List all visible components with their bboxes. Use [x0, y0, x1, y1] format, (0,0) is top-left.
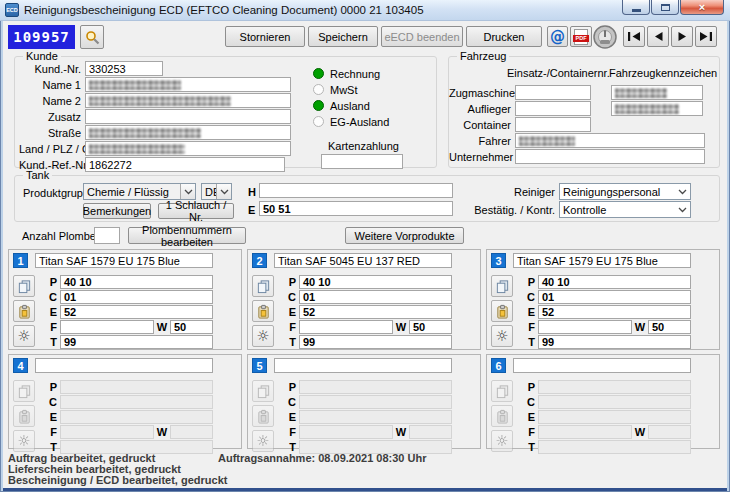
land-select[interactable]: DE — [201, 183, 232, 200]
zugmaschine-einsatz-input[interactable] — [515, 85, 591, 100]
copy-button[interactable] — [491, 380, 513, 402]
zusatz-input[interactable] — [85, 109, 291, 124]
p-input[interactable] — [60, 380, 213, 394]
e-input[interactable]: 52 — [60, 305, 213, 319]
plombennummern-button[interactable]: Plombennummern bearbeiten — [128, 227, 246, 244]
w-input[interactable] — [409, 425, 452, 439]
drucken-button[interactable]: Drucken — [466, 26, 542, 47]
e-input[interactable] — [538, 410, 691, 424]
first-record-button[interactable] — [623, 26, 645, 47]
e-input[interactable]: 52 — [538, 305, 691, 319]
close-button[interactable]: × — [680, 0, 724, 15]
flash-button[interactable]: ☼ — [252, 325, 274, 347]
container-einsatz-input[interactable] — [515, 117, 591, 132]
speichern-button[interactable]: Speichern — [308, 26, 378, 47]
copy-button[interactable] — [252, 380, 274, 402]
flash-button[interactable]: ☼ — [252, 430, 274, 452]
name1-input[interactable] — [85, 77, 291, 92]
w-input[interactable] — [648, 425, 691, 439]
paste-button[interactable] — [13, 405, 35, 427]
last-record-button[interactable] — [695, 26, 717, 47]
copy-button[interactable] — [252, 275, 274, 297]
t-input[interactable]: 99 — [299, 335, 452, 349]
schlauch-button[interactable]: 1 Schlauch / Nr. — [158, 203, 234, 219]
ausland-indicator[interactable] — [313, 100, 324, 111]
produktgruppe-select[interactable]: Chemie / Flüssig — [83, 183, 196, 200]
p-input[interactable]: 40 10 — [299, 275, 452, 289]
flash-button[interactable]: ☼ — [13, 325, 35, 347]
title-bar[interactable]: ECD Reinigungsbescheinigung ECD (EFTCO C… — [0, 0, 730, 21]
c-input[interactable] — [299, 395, 452, 409]
copy-button[interactable] — [491, 275, 513, 297]
t-input[interactable]: 99 — [60, 335, 213, 349]
f-input[interactable] — [538, 425, 632, 439]
t-input[interactable] — [538, 440, 691, 454]
e-input[interactable] — [60, 410, 213, 424]
e-input[interactable]: 52 — [299, 305, 452, 319]
previous-record-button[interactable] — [647, 26, 669, 47]
minimize-button[interactable] — [622, 0, 650, 15]
reiniger-select[interactable]: Reinigungspersonal — [559, 183, 691, 200]
fahrer-input[interactable] — [515, 133, 705, 148]
compartment-product-input[interactable]: Titan SAF 5045 EU 137 RED — [274, 253, 452, 268]
compartment-product-input[interactable] — [35, 358, 213, 373]
flash-button[interactable]: ☼ — [491, 430, 513, 452]
w-input[interactable]: 50 — [170, 320, 213, 334]
p-input[interactable] — [299, 380, 452, 394]
rechnung-indicator[interactable] — [313, 68, 324, 79]
p-input[interactable]: 40 10 — [60, 275, 213, 289]
f-input[interactable] — [299, 425, 393, 439]
bemerkungen-button[interactable]: Bemerkungen — [83, 203, 151, 219]
next-record-button[interactable] — [671, 26, 693, 47]
e-input[interactable]: 50 51 — [259, 201, 453, 216]
c-input[interactable]: 01 — [60, 290, 213, 304]
h-input[interactable] — [259, 183, 453, 198]
compartment-product-input[interactable] — [274, 358, 452, 373]
w-input[interactable]: 50 — [409, 320, 452, 334]
paste-button[interactable] — [491, 405, 513, 427]
f-input[interactable] — [538, 320, 632, 334]
e-input[interactable] — [299, 410, 452, 424]
w-input[interactable] — [170, 425, 213, 439]
f-input[interactable] — [60, 425, 154, 439]
w-input[interactable]: 50 — [648, 320, 691, 334]
flash-button[interactable]: ☼ — [491, 325, 513, 347]
paste-button[interactable] — [491, 300, 513, 322]
auflieger-einsatz-input[interactable] — [515, 101, 591, 116]
pdf-export-button[interactable]: PDF — [570, 26, 592, 47]
bestaetig-kontr-select[interactable]: Kontrolle — [559, 201, 691, 218]
c-input[interactable] — [538, 395, 691, 409]
mwst-indicator[interactable] — [313, 84, 324, 95]
tachograph-button[interactable] — [592, 24, 618, 50]
copy-button[interactable] — [13, 275, 35, 297]
flash-button[interactable]: ☼ — [13, 430, 35, 452]
p-input[interactable] — [538, 380, 691, 394]
kartenzahlung-input[interactable] — [321, 154, 403, 169]
email-button[interactable]: @ — [547, 26, 568, 47]
c-input[interactable]: 01 — [299, 290, 452, 304]
stornieren-button[interactable]: Stornieren — [225, 26, 305, 47]
f-input[interactable] — [60, 320, 154, 334]
zugmaschine-kennzeichen-input[interactable] — [611, 85, 703, 100]
compartment-product-input[interactable]: Titan SAF 1579 EU 175 Blue — [35, 253, 213, 268]
f-input[interactable] — [299, 320, 393, 334]
compartment-product-input[interactable]: Titan SAF 1579 EU 175 Blue — [513, 253, 691, 268]
auflieger-kennzeichen-input[interactable] — [611, 101, 703, 116]
land-plz-ort-input[interactable] — [85, 141, 291, 156]
paste-button[interactable] — [252, 405, 274, 427]
paste-button[interactable] — [13, 300, 35, 322]
paste-button[interactable] — [252, 300, 274, 322]
search-button[interactable] — [80, 25, 104, 49]
p-input[interactable]: 40 10 — [538, 275, 691, 289]
eg-ausland-indicator[interactable] — [313, 116, 324, 127]
copy-button[interactable] — [13, 380, 35, 402]
strasse-input[interactable] — [85, 125, 291, 140]
weitere-vorprodukte-button[interactable]: Weitere Vorprodukte — [345, 227, 464, 244]
kundrefnr-input[interactable]: 1862272 — [85, 157, 285, 172]
maximize-button[interactable] — [651, 0, 679, 15]
c-input[interactable] — [60, 395, 213, 409]
kundnr-input[interactable]: 330253 — [85, 61, 163, 76]
name2-input[interactable] — [85, 93, 291, 108]
c-input[interactable]: 01 — [538, 290, 691, 304]
t-input[interactable]: 99 — [538, 335, 691, 349]
